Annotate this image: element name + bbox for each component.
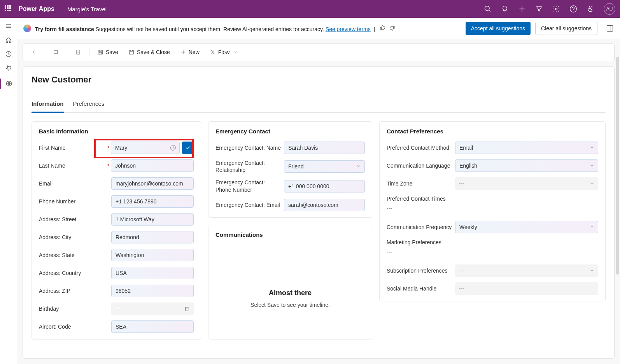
open-new-window-button[interactable]	[49, 47, 63, 58]
zip-input[interactable]	[111, 285, 194, 297]
city-input[interactable]	[111, 231, 194, 243]
ec-name-input[interactable]	[284, 142, 365, 154]
search-icon[interactable]	[484, 5, 492, 13]
street-input[interactable]	[111, 213, 194, 226]
field-pref-sub: Subscription Preferences	[387, 264, 598, 277]
pref-sub-select[interactable]	[455, 264, 598, 277]
pin-icon[interactable]	[5, 65, 12, 72]
section-basic-info: Basic Information First Name * i Last	[32, 121, 201, 340]
ec-name-label: Emergency Contact: Name	[215, 145, 281, 151]
waffle-icon[interactable]	[5, 5, 12, 13]
field-pref-tz: Time Zone	[387, 177, 598, 190]
save-button[interactable]: Save	[93, 47, 122, 58]
accept-suggestion-button[interactable]	[182, 142, 194, 154]
empty-text: Select Save to see your timeline.	[223, 302, 357, 308]
save-close-label: Save & Close	[137, 49, 170, 55]
email-input[interactable]	[111, 177, 194, 190]
save-close-button[interactable]: Save & Close	[124, 47, 174, 58]
scrollbar[interactable]	[616, 57, 619, 275]
state-label: Address: State	[39, 252, 75, 258]
pref-freq-select[interactable]	[455, 221, 598, 233]
banner-body: Suggestions will not be saved until you …	[94, 26, 326, 32]
assign-button[interactable]	[71, 47, 85, 58]
info-icon[interactable]: i	[170, 145, 176, 150]
country-label: Address: Country	[39, 270, 81, 276]
tab-preferences[interactable]: Preferences	[73, 97, 105, 112]
flow-button[interactable]: Flow	[206, 47, 242, 58]
calendar-icon[interactable]	[184, 306, 190, 312]
svg-rect-19	[130, 50, 132, 51]
back-button[interactable]	[27, 47, 41, 58]
clear-all-button[interactable]: Clear all suggestions	[535, 22, 597, 35]
home-icon[interactable]	[5, 37, 12, 44]
app-header: Power Apps Margie's Travel AU	[0, 0, 620, 18]
field-street: Address: Street	[39, 213, 194, 226]
birthday-input[interactable]	[111, 303, 194, 315]
field-city: Address: City	[39, 231, 194, 243]
pref-times-value[interactable]: ---	[387, 205, 598, 212]
airport-input[interactable]	[111, 320, 194, 333]
pref-tz-select[interactable]	[455, 177, 598, 190]
flow-label: Flow	[218, 49, 230, 55]
section-title: Emergency Contact	[215, 128, 365, 135]
accept-all-button[interactable]: Accept all suggestions	[466, 22, 531, 35]
separator	[67, 48, 67, 56]
street-label: Address: Street	[39, 216, 77, 222]
svg-rect-18	[130, 50, 134, 54]
field-phone: Phone Number	[39, 195, 194, 208]
country-input[interactable]	[111, 267, 194, 279]
phone-input[interactable]	[111, 195, 194, 208]
ec-phone-input[interactable]	[284, 180, 365, 192]
svg-rect-13	[54, 51, 58, 54]
field-pref-marketing: Marketing Preferences ---	[387, 239, 598, 255]
section-title: Communications	[215, 231, 365, 243]
globe-icon	[5, 80, 12, 87]
field-last-name: Last Name *	[39, 159, 194, 172]
section-title: Contact Preferences	[387, 128, 598, 135]
last-name-input[interactable]	[111, 159, 194, 172]
tab-information[interactable]: Information	[32, 97, 64, 113]
pref-method-select[interactable]	[455, 142, 598, 154]
airport-label: Airport: Code	[39, 324, 71, 330]
pref-social-input[interactable]	[455, 282, 598, 295]
thumbs-down-icon[interactable]	[389, 25, 395, 31]
banner-text: Try form fill assistance Suggestions wil…	[35, 25, 395, 32]
ec-rel-select[interactable]	[284, 160, 365, 173]
first-name-input[interactable]	[111, 142, 180, 154]
help-icon[interactable]	[569, 5, 577, 13]
svg-rect-16	[99, 50, 101, 51]
section-contact-prefs: Contact Preferences Preferred Contact Me…	[379, 121, 606, 301]
pref-social-label: Social Media Handle	[387, 285, 436, 292]
section-emergency: Emergency Contact Emergency Contact: Nam…	[208, 121, 372, 218]
new-button[interactable]: New	[176, 47, 203, 58]
thumbs-up-icon[interactable]	[380, 25, 386, 31]
state-input[interactable]	[111, 249, 194, 261]
field-ec-rel: Emergency Contact: Relationship	[215, 159, 365, 173]
copilot-header-icon[interactable]	[587, 5, 594, 13]
field-state: Address: State	[39, 249, 194, 261]
nav-item-active[interactable]	[0, 79, 17, 89]
copilot-panel-icon[interactable]	[606, 24, 614, 32]
ec-rel-label: Emergency Contact: Relationship	[215, 160, 265, 173]
zip-label: Address: ZIP	[39, 288, 70, 294]
user-avatar[interactable]: AU	[604, 3, 615, 15]
separator	[61, 5, 61, 13]
gear-icon[interactable]	[552, 5, 560, 13]
first-name-label: First Name	[39, 145, 65, 151]
recent-icon[interactable]	[5, 51, 12, 58]
ec-email-label: Emergency Contact: Email	[215, 202, 280, 208]
pref-marketing-value[interactable]: ---	[387, 249, 598, 255]
hamburger-icon[interactable]	[5, 23, 12, 30]
lightbulb-icon[interactable]	[501, 5, 509, 13]
ec-email-input[interactable]	[284, 199, 365, 211]
filter-icon[interactable]	[535, 5, 543, 13]
banner-link[interactable]: See preview terms	[326, 26, 371, 32]
svg-point-0	[485, 6, 490, 11]
plus-icon[interactable]	[518, 5, 526, 13]
pref-lang-select[interactable]	[455, 159, 598, 172]
environment-name[interactable]: Margie's Travel	[67, 6, 107, 12]
field-ec-name: Emergency Contact: Name	[215, 142, 365, 154]
svg-rect-17	[99, 52, 102, 54]
phone-label: Phone Number	[39, 198, 75, 205]
last-name-label: Last Name	[39, 163, 65, 169]
